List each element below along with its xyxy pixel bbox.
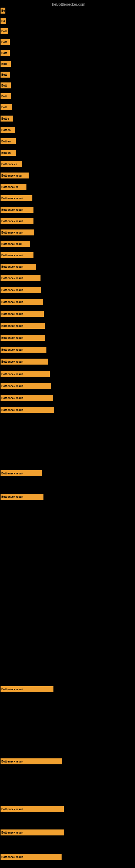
bar-row: Bottl (1, 104, 12, 110)
bar-row: Bottleneck result (1, 195, 32, 201)
bar: Bottleneck result (1, 287, 41, 293)
bar: Bottl (1, 104, 12, 110)
bar-row: Bottleneck result (1, 264, 36, 270)
bar-row: Bottle (1, 116, 13, 122)
bar-row: Bottlen (1, 150, 16, 156)
bar-label: Bottl (1, 106, 8, 109)
bar-row: Bott (1, 83, 11, 88)
bar: Bottlen (1, 138, 16, 144)
bar: Bottleneck result (1, 323, 45, 329)
bar-row: Bott (1, 28, 8, 34)
bar-label: Bottlen (1, 151, 10, 154)
bar-row: Bottleneck result (1, 686, 53, 692)
bar: Bottleneck result (1, 830, 64, 835)
bar: Bottleneck result (1, 758, 62, 764)
bar-row: Bottleneck result (1, 347, 46, 352)
bar-row: Bott (1, 50, 10, 56)
bar-row: Bottleneck result (1, 207, 34, 213)
bar: Bott (1, 28, 8, 34)
bar-row: Bottleneck re (1, 184, 27, 190)
bar: Bottleneck result (1, 347, 46, 352)
bar: Bott (1, 50, 10, 56)
bar-row: Bottleneck result (1, 359, 48, 365)
bar-label: Bottleneck result (1, 208, 23, 211)
bar-row: Bottleneck result (1, 323, 45, 329)
bar-label: Bott (1, 95, 7, 98)
bar-label: Bottleneck result (1, 254, 23, 257)
bar-label: Bottleneck re (1, 186, 18, 188)
bar: Bott (1, 83, 11, 88)
bar-row: Bott (1, 39, 10, 45)
bar-row: Bottleneck result (1, 299, 43, 305)
bar-row: Bottleneck result (1, 407, 54, 413)
bar: Bottleneck result (1, 383, 51, 389)
bar-row: Bottleneck resu (1, 241, 30, 247)
bar: Bottl (1, 61, 11, 67)
bar-row: Bottleneck result (1, 383, 51, 389)
bar: Bottlen (1, 150, 16, 156)
bar: Bottleneck result (1, 195, 32, 201)
bar: Bottle (1, 116, 13, 122)
bar-label: Bottlen (1, 129, 10, 131)
bar-label: Bottleneck result (1, 360, 23, 363)
bar-label: Bo (1, 9, 5, 12)
bar-label: Bottleneck result (1, 312, 23, 315)
bar-label: Bottleneck result (1, 301, 23, 304)
bar-row: Bott (1, 72, 10, 78)
bar-label: Bottleneck result (1, 220, 23, 223)
bar-row: Bott (1, 93, 11, 99)
bar-label: Bottleneck result (1, 348, 23, 351)
bar-label: Bottleneck result (1, 397, 23, 400)
bar: Bottleneck result (1, 229, 34, 236)
bar: Bottleneck r (1, 161, 22, 167)
bar-label: Bottleneck resu (1, 243, 21, 246)
bar-row: Bottleneck result (1, 830, 64, 835)
bar-row: Bottleneck result (1, 287, 41, 293)
bar-label: Bottleneck result (1, 856, 23, 859)
bar-label: Bottleneck result (1, 197, 23, 200)
bar-label: Bottleneck result (1, 277, 23, 280)
bar: Bottleneck result (1, 854, 61, 860)
bar-row: Bottleneck result (1, 311, 44, 317)
bar-label: Bottlen (1, 140, 10, 143)
bar-label: Bottleneck result (1, 373, 23, 376)
bar-label: Bott (1, 52, 7, 55)
bar-label: Bo (1, 20, 5, 23)
bar-label: Bott (1, 84, 7, 87)
bar: Bottleneck result (1, 264, 36, 270)
bar-row: Bo (1, 18, 6, 24)
bar-row: Bottleneck result (1, 252, 34, 258)
bar: Bottleneck result (1, 252, 34, 258)
bar: Bottleneck result (1, 806, 64, 812)
bar-row: Bottleneck result (1, 218, 34, 224)
bar-label: Bottleneck result (1, 384, 23, 388)
bar-label: Bott (1, 30, 7, 33)
bar: Bottleneck result (1, 359, 48, 365)
bar-label: Bottleneck result (1, 231, 23, 234)
bar-row: Bottleneck resu (1, 173, 29, 179)
bar-label: Bottleneck result (1, 760, 23, 763)
bar: Bottleneck result (1, 395, 53, 401)
bar: Bottleneck result (1, 686, 53, 692)
bar: Bottleneck resu (1, 173, 29, 179)
bar-label: Bottleneck result (1, 265, 23, 268)
bar-row: Bottleneck r (1, 161, 22, 167)
bar-row: Bottleneck result (1, 806, 64, 812)
bar-label: Bottleneck result (1, 324, 23, 328)
bar: Bottleneck result (1, 470, 42, 476)
bar: Bottleneck result (1, 335, 45, 341)
bar-label: Bottleneck result (1, 495, 23, 498)
bar-label: Bottleneck result (1, 472, 23, 475)
bar-row: Bottleneck result (1, 371, 50, 377)
bar-label: Bott (1, 41, 7, 44)
bar-label: Bottleneck result (1, 688, 23, 691)
bars-container: BoBoBottBottBottBottlBottBottBottBottlBo… (0, 0, 135, 868)
bar-row: Bottleneck result (1, 275, 41, 281)
bar-label: Bottleneck result (1, 408, 23, 411)
bar-label: Bottleneck result (1, 289, 23, 291)
bar: Bott (1, 93, 11, 99)
bar-row: Bottl (1, 61, 11, 67)
bar-row: Bottleneck result (1, 335, 45, 341)
bar: Bott (1, 72, 10, 78)
bar-label: Bottleneck result (1, 808, 23, 811)
